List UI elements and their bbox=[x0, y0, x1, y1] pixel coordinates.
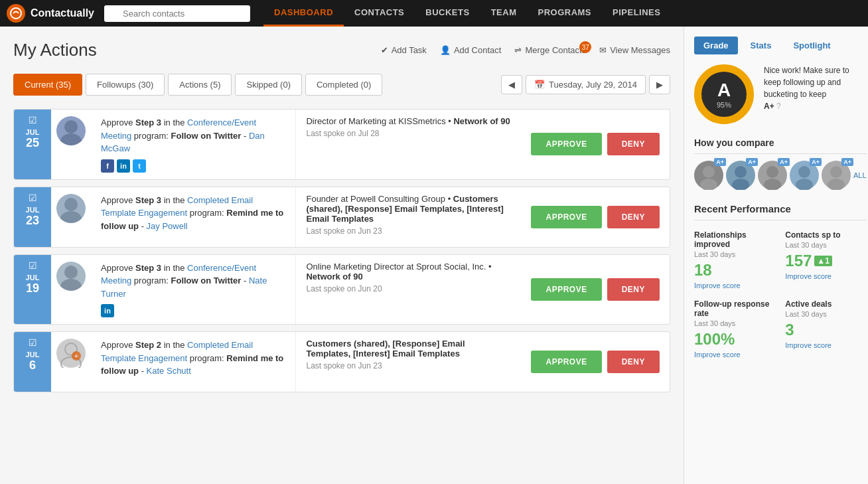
card-info: Customers (shared), [Response] Email Tem… bbox=[295, 332, 521, 392]
contact-title: Director of Marketing at KISSmetrics • N… bbox=[306, 116, 511, 126]
last-spoke: Last spoke on Jul 28 bbox=[306, 129, 511, 138]
approve-button[interactable]: APPROVE bbox=[531, 278, 601, 301]
contact-title: Founder at Powell Consulting Group • Cus… bbox=[306, 194, 511, 224]
nav-buckets[interactable]: BUCKETS bbox=[415, 0, 480, 27]
add-task-link[interactable]: ✔ Add Task bbox=[381, 45, 427, 55]
tab-spotlight[interactable]: Spotlight bbox=[784, 37, 839, 54]
svg-point-4 bbox=[60, 211, 82, 223]
perf-label: Contacts sp to bbox=[785, 230, 866, 240]
twitter-icon[interactable]: t bbox=[133, 159, 146, 173]
compare-section: How you compare A+ A+ A+ A+ bbox=[694, 137, 867, 190]
compare-avatar: A+ bbox=[726, 161, 755, 190]
tab-grade[interactable]: Grade bbox=[694, 37, 738, 54]
check-icon: ☑ bbox=[29, 115, 37, 125]
merge-contacts-link[interactable]: ⇌ Merge Contacts 37 bbox=[514, 45, 586, 55]
card-date: ☑ Jul 6 bbox=[14, 332, 51, 392]
search-input[interactable] bbox=[104, 5, 250, 22]
card-avatar bbox=[51, 187, 91, 247]
merge-icon: ⇌ bbox=[514, 45, 522, 55]
left-panel: My Actions ✔ Add Task 👤 Add Contact ⇌ Me… bbox=[0, 27, 684, 484]
compare-avatar: A+ bbox=[790, 161, 819, 190]
card-content: Approve Step 2 in the Completed Email Te… bbox=[91, 332, 295, 392]
approve-button[interactable]: APPROVE bbox=[531, 133, 601, 155]
compare-title: How you compare bbox=[694, 137, 867, 154]
nav-pipelines[interactable]: PIPELINES bbox=[602, 0, 671, 27]
nav-programs[interactable]: PROGRAMS bbox=[527, 0, 602, 27]
svg-point-19 bbox=[764, 179, 781, 190]
tab-stats[interactable]: Stats bbox=[741, 37, 781, 54]
avatar: + bbox=[56, 339, 86, 368]
message-icon: ✉ bbox=[599, 45, 607, 55]
improve-link[interactable]: Improve score bbox=[694, 351, 775, 359]
action-text: Approve Step 3 in the Completed Email Te… bbox=[101, 194, 285, 233]
improve-link[interactable]: Improve score bbox=[785, 341, 866, 349]
svg-point-14 bbox=[703, 166, 715, 178]
trend-badge: ▲1 bbox=[814, 256, 832, 266]
compare-badge: A+ bbox=[746, 158, 758, 166]
nav-dashboard[interactable]: DASHBOARD bbox=[263, 0, 344, 27]
approve-button[interactable]: APPROVE bbox=[531, 206, 601, 228]
search-wrapper[interactable]: 🔍 bbox=[104, 5, 250, 22]
perf-value: 3 bbox=[785, 321, 866, 339]
nav-team[interactable]: TEAM bbox=[480, 0, 528, 27]
approve-button[interactable]: APPROVE bbox=[531, 351, 601, 373]
logo[interactable]: Contactually bbox=[7, 4, 94, 23]
grade-text: Nice work! Make sure to keep following u… bbox=[764, 64, 867, 112]
action-card: ☑ Jul 25 Approve Step 3 in the Conferenc… bbox=[13, 109, 670, 180]
card-actions: APPROVE DENY bbox=[521, 332, 670, 392]
deny-button[interactable]: DENY bbox=[607, 133, 660, 155]
social-icons: f in t bbox=[101, 159, 285, 173]
card-info: Online Marketing Director at Sprout Soci… bbox=[295, 255, 521, 325]
perf-value: 100% bbox=[694, 330, 775, 349]
contact-title: Customers (shared), [Response] Email Tem… bbox=[306, 339, 511, 359]
performance-title: Recent Performance bbox=[694, 203, 867, 220]
compare-badge: A+ bbox=[810, 158, 822, 166]
svg-point-1 bbox=[64, 120, 78, 133]
action-text: Approve Step 2 in the Completed Email Te… bbox=[101, 339, 285, 378]
perf-sublabel: Last 30 days bbox=[785, 241, 866, 249]
person-link[interactable]: Jay Powell bbox=[147, 221, 188, 231]
compare-all-link[interactable]: ALL bbox=[853, 171, 867, 179]
card-actions: APPROVE DENY bbox=[521, 110, 670, 179]
view-messages-link[interactable]: ✉ View Messages bbox=[599, 45, 670, 55]
tab-current[interactable]: Current (35) bbox=[13, 74, 82, 96]
linkedin-icon[interactable]: in bbox=[101, 304, 114, 317]
last-spoke: Last spoke on Jun 23 bbox=[306, 226, 511, 236]
add-contact-link[interactable]: 👤 Add Contact bbox=[440, 45, 502, 55]
deny-button[interactable]: DENY bbox=[607, 278, 660, 301]
date-next-button[interactable]: ▶ bbox=[649, 75, 670, 94]
nav-links: DASHBOARD CONTACTS BUCKETS TEAM PROGRAMS… bbox=[263, 0, 861, 27]
linkedin-icon[interactable]: in bbox=[117, 159, 130, 173]
performance-grid: Relationships improved Last 30 days 18 I… bbox=[694, 230, 867, 359]
facebook-icon[interactable]: f bbox=[101, 159, 114, 173]
deny-button[interactable]: DENY bbox=[607, 206, 660, 228]
help-icon[interactable]: ? bbox=[776, 102, 781, 111]
improve-link[interactable]: Improve score bbox=[785, 272, 866, 280]
contact-icon: 👤 bbox=[440, 45, 451, 55]
header-actions: ✔ Add Task 👤 Add Contact ⇌ Merge Contact… bbox=[381, 45, 670, 55]
improve-link[interactable]: Improve score bbox=[694, 282, 775, 289]
tab-skipped[interactable]: Skipped (0) bbox=[235, 74, 301, 96]
tab-followups[interactable]: Followups (30) bbox=[86, 74, 165, 96]
check-icon: ☑ bbox=[29, 260, 37, 271]
person-link[interactable]: Kate Schutt bbox=[147, 366, 191, 376]
action-card: ☑ Jul 6 + Approve Step 2 in the Comp bbox=[13, 331, 670, 392]
deny-button[interactable]: DENY bbox=[607, 351, 660, 373]
tab-completed[interactable]: Completed (0) bbox=[305, 74, 382, 96]
social-icons: in bbox=[101, 304, 285, 317]
compare-badge: A+ bbox=[841, 158, 853, 166]
right-panel: Grade Stats Spotlight A 95% bbox=[684, 27, 868, 484]
perf-label: Relationships improved bbox=[694, 230, 775, 249]
date-prev-button[interactable]: ◀ bbox=[501, 75, 522, 94]
grade-display: A 95% Nice work! Make sure to keep follo… bbox=[694, 64, 867, 124]
compare-avatar: A+ bbox=[758, 161, 787, 190]
nav-contacts[interactable]: CONTACTS bbox=[344, 0, 415, 27]
tab-actions[interactable]: Actions (5) bbox=[168, 74, 232, 96]
compare-avatars: A+ A+ A+ A+ A+ A bbox=[694, 161, 867, 190]
check-icon: ☑ bbox=[29, 193, 37, 203]
card-content: Approve Step 3 in the Completed Email Te… bbox=[91, 187, 295, 247]
svg-point-23 bbox=[828, 179, 845, 190]
avatar bbox=[56, 194, 86, 223]
perf-sublabel: Last 30 days bbox=[694, 319, 775, 327]
logo-text: Contactually bbox=[31, 7, 94, 19]
